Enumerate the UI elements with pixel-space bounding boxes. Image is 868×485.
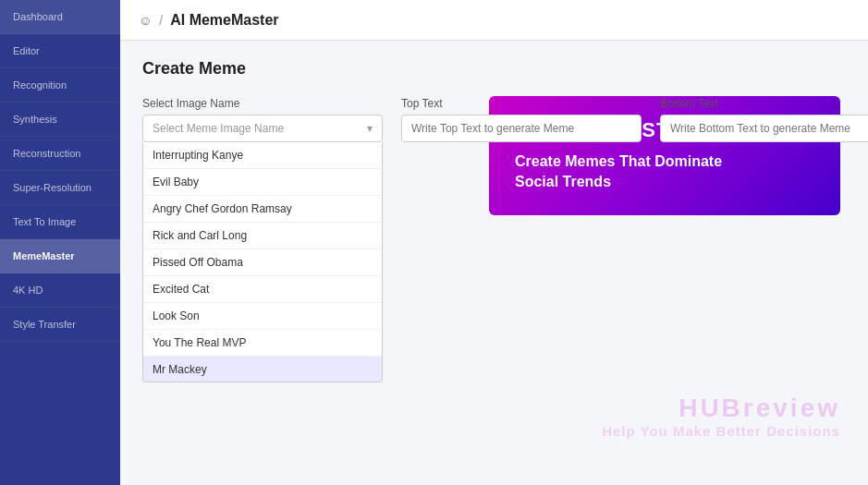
dropdown-list: Interrupting KanyeEvil BabyAngry Chef Go… bbox=[142, 142, 383, 382]
top-text-group: Top Text bbox=[401, 97, 642, 142]
select-meme-button[interactable]: Select Meme Image Name ▾ bbox=[142, 115, 383, 142]
sidebar-item-style-transfer[interactable]: Style Transfer bbox=[0, 308, 120, 342]
bottom-text-input[interactable] bbox=[660, 115, 868, 142]
chevron-down-icon: ▾ bbox=[367, 122, 373, 135]
dropdown-item[interactable]: Interrupting Kanye bbox=[143, 142, 382, 169]
app-icon: ☺ bbox=[139, 13, 152, 28]
top-text-input[interactable] bbox=[401, 115, 642, 142]
dropdown-item[interactable]: You The Real MVP bbox=[143, 330, 382, 357]
sidebar-item-dashboard[interactable]: Dashboard bbox=[0, 0, 120, 34]
sidebar-item-reconstruction[interactable]: Reconstruction bbox=[0, 137, 120, 171]
topbar-title: AI MemeMaster bbox=[170, 12, 278, 29]
sidebar-item-text-to-image[interactable]: Text To Image bbox=[0, 205, 120, 239]
sidebar-item-recognition[interactable]: Recognition bbox=[0, 68, 120, 103]
top-text-label: Top Text bbox=[401, 97, 642, 110]
main-content: ☺ / AI MemeMaster Create Meme Select Ima… bbox=[120, 0, 868, 485]
select-wrapper: Select Meme Image Name ▾ Interrupting Ka… bbox=[142, 115, 383, 142]
watermark-line2: Help You Make Better Decisions bbox=[602, 423, 840, 439]
sidebar-item-editor[interactable]: Editor bbox=[0, 34, 120, 68]
bottom-text-group: Bottom Text bbox=[660, 97, 868, 142]
dropdown-item[interactable]: Evil Baby bbox=[143, 169, 382, 196]
select-image-label: Select Image Name bbox=[142, 97, 383, 110]
content-area: Create Meme Select Image Name Select Mem… bbox=[120, 41, 868, 485]
dropdown-item[interactable]: Rick and Carl Long bbox=[143, 223, 382, 249]
dropdown-item[interactable]: Pissed Off Obama bbox=[143, 249, 382, 276]
topbar: ☺ / AI MemeMaster bbox=[120, 0, 868, 41]
select-placeholder: Select Meme Image Name bbox=[153, 122, 284, 135]
select-image-group: Select Image Name Select Meme Image Name… bbox=[142, 97, 383, 142]
sidebar-item-synthesis[interactable]: Synthesis bbox=[0, 103, 120, 137]
sidebar-item-4k-hd[interactable]: 4K HD bbox=[0, 273, 120, 308]
dropdown-item[interactable]: Mr Mackey bbox=[143, 357, 382, 382]
dropdown-item[interactable]: Excited Cat bbox=[143, 276, 382, 303]
section-title: Create Meme bbox=[142, 59, 846, 79]
bottom-text-label: Bottom Text bbox=[660, 97, 868, 110]
sidebar-item-super-resolution[interactable]: Super-Resolution bbox=[0, 171, 120, 205]
sidebar-item-mememaster[interactable]: MemeMaster bbox=[0, 239, 120, 273]
sidebar: Dashboard Editor Recognition Synthesis R… bbox=[0, 0, 120, 485]
dropdown-item[interactable]: Angry Chef Gordon Ramsay bbox=[143, 196, 382, 223]
topbar-separator: / bbox=[159, 13, 163, 28]
watermark-line1: HUBreview bbox=[602, 394, 840, 423]
promo-subtitle: Create Memes That DominateSocial Trends bbox=[515, 152, 814, 193]
form-row: Select Image Name Select Meme Image Name… bbox=[142, 97, 846, 142]
watermark-area: HUBreview Help You Make Better Decisions bbox=[602, 394, 840, 439]
dropdown-item[interactable]: Look Son bbox=[143, 303, 382, 330]
